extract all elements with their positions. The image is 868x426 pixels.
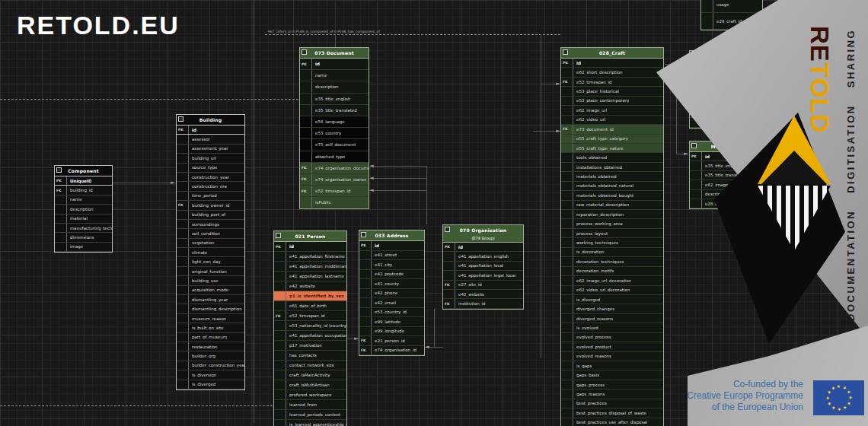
field-row[interactable]: best_practices: [561, 399, 663, 409]
field-row[interactable]: process_layout: [561, 229, 663, 238]
field-row[interactable]: dismantling_description: [177, 304, 244, 313]
field-row[interactable]: surroundings: [177, 220, 244, 229]
field-row[interactable]: tools_obtained: [561, 153, 663, 162]
field-row[interactable]: dismantling_year: [177, 295, 244, 304]
field-row[interactable]: FKe74_organisation_id: [359, 346, 424, 356]
field-row[interactable]: e61_date_of_birth: [274, 301, 346, 311]
field-row[interactable]: e41_street: [359, 251, 424, 261]
field-row[interactable]: e42_email: [359, 298, 424, 308]
field-row[interactable]: time_period: [177, 192, 244, 201]
field-row[interactable]: PKid: [274, 242, 346, 252]
table-header[interactable]: 028_Craft: [561, 48, 663, 59]
field-row[interactable]: FKe52_timespan_id: [561, 78, 663, 87]
field-row[interactable]: FKe74_organisation_documentalist_id: [300, 163, 369, 174]
field-row[interactable]: dimensions: [55, 233, 112, 242]
field-row[interactable]: manufacturing_technique: [55, 224, 112, 233]
field-row[interactable]: e41_appellation_local: [443, 262, 523, 271]
field-row[interactable]: materials_obtained_natural: [561, 182, 663, 191]
field-row[interactable]: evolved_product: [561, 342, 663, 351]
field-row[interactable]: FKe74_organisation_owner_id: [300, 174, 369, 186]
table-header[interactable]: 021 Person: [274, 231, 346, 242]
field-row[interactable]: e62_short_description: [561, 68, 663, 77]
field-row[interactable]: name: [300, 70, 369, 81]
field-row[interactable]: e75_self_document: [300, 139, 369, 151]
field-row[interactable]: FKe52_timespan_id: [274, 311, 346, 321]
field-row[interactable]: e35_title_english: [300, 94, 369, 105]
field-row[interactable]: working_techniques: [561, 238, 663, 247]
field-row[interactable]: assessor: [177, 135, 244, 144]
table-header[interactable]: 033 Address: [359, 230, 424, 241]
field-row[interactable]: is_diverged: [561, 295, 663, 304]
field-row[interactable]: e99_latitude: [359, 317, 424, 327]
field-row[interactable]: is_gaps: [561, 361, 663, 370]
field-row[interactable]: e41_postcode: [359, 270, 424, 280]
entity-table-craft[interactable]: 028_CraftPKide62_short_descriptionFKe52_…: [560, 47, 664, 426]
field-row[interactable]: e53_country: [300, 128, 369, 139]
table-header[interactable]: Component: [55, 166, 112, 176]
field-row[interactable]: raw_material_description: [561, 201, 663, 210]
field-row[interactable]: light_con_day: [177, 257, 244, 266]
field-row[interactable]: e42_website: [443, 290, 523, 299]
field-row[interactable]: evolved_process: [561, 333, 663, 342]
field-row[interactable]: materials_obtained_bought: [561, 191, 663, 200]
field-row[interactable]: FKe21_person_id: [359, 336, 424, 346]
field-row[interactable]: e55_craft_type_nature: [561, 144, 663, 153]
field-row[interactable]: e41_appellation_middlename: [274, 262, 346, 272]
field-row[interactable]: e53_nationality_id (country_id): [274, 321, 346, 331]
field-row[interactable]: gaps_reasons: [561, 389, 663, 399]
field-row[interactable]: PKUniqueID: [55, 176, 112, 186]
field-row[interactable]: description: [300, 81, 369, 93]
field-row[interactable]: evolved_reasons: [561, 352, 663, 361]
field-row[interactable]: usage: [701, 0, 762, 13]
table-header[interactable]: 070 Organisation(E74 Group): [443, 225, 523, 243]
field-row[interactable]: e62_image_url: [561, 106, 663, 115]
field-row[interactable]: e99_longitude: [359, 327, 424, 337]
field-row[interactable]: acquisition_mode: [177, 286, 244, 295]
field-row[interactable]: e53_place_historical: [561, 87, 663, 96]
field-row[interactable]: e41_appellation_english: [443, 252, 523, 261]
field-row[interactable]: building_url: [177, 154, 244, 163]
field-row[interactable]: soil_condition: [177, 229, 244, 238]
field-row[interactable]: restauration: [177, 342, 244, 351]
field-row[interactable]: FKbuilding_id: [55, 186, 112, 195]
field-row[interactable]: vegetation: [177, 239, 244, 248]
field-row[interactable]: craft_isMainActivity: [274, 370, 346, 380]
table-header[interactable]: Building: [177, 115, 244, 126]
field-row[interactable]: attached_type: [300, 151, 369, 163]
field-row[interactable]: is_built_on_site: [177, 323, 244, 332]
field-row[interactable]: building_part_of: [177, 211, 244, 220]
field-row[interactable]: diverged_reasons: [561, 314, 663, 323]
field-row[interactable]: p1_is_identified_by_sex: [274, 291, 346, 301]
field-row[interactable]: name: [55, 196, 112, 205]
field-row[interactable]: contact_network_size: [274, 361, 346, 370]
field-row[interactable]: FKe73_document_id: [561, 125, 663, 134]
field-row[interactable]: craft_isMultiArtisan: [274, 380, 346, 390]
field-row[interactable]: FKe27_site_id: [443, 281, 523, 290]
field-row[interactable]: PKid: [561, 59, 663, 68]
field-row[interactable]: installations_obtained: [561, 163, 663, 172]
field-row[interactable]: PKid: [177, 126, 244, 135]
field-row[interactable]: best_practices_use_after_disposal: [561, 418, 663, 426]
field-row[interactable]: e62_video_url: [561, 116, 663, 125]
field-row[interactable]: e41_appellation_legal_local: [443, 271, 523, 280]
field-row[interactable]: is_decoration: [561, 248, 663, 257]
field-row[interactable]: e62_image_url_decoration: [561, 276, 663, 285]
field-row[interactable]: e53_country_id: [359, 308, 424, 318]
entity-table-organisation[interactable]: 070 Organisation(E74 Group)PKide41_appel…: [442, 224, 524, 310]
field-row[interactable]: process_working_area: [561, 219, 663, 228]
field-row[interactable]: material: [55, 215, 112, 224]
field-row[interactable]: PKid: [443, 243, 523, 252]
field-row[interactable]: e41_county: [359, 279, 424, 289]
field-row[interactable]: learned_periods_context: [274, 410, 346, 420]
field-row[interactable]: e56_language: [300, 116, 369, 128]
site-logo[interactable]: RETOLD.EU: [17, 11, 180, 40]
entity-table-person[interactable]: 021 PersonPKide41_appellation_firstnamee…: [273, 230, 347, 426]
field-row[interactable]: isPublic: [300, 197, 369, 208]
field-row[interactable]: e41_appellation_firstname: [274, 252, 346, 262]
field-row[interactable]: learned_from: [274, 400, 346, 410]
field-row[interactable]: e42_website: [274, 281, 346, 291]
field-row[interactable]: assessment_year: [177, 145, 244, 154]
field-row[interactable]: source_type: [177, 164, 244, 173]
field-row[interactable]: is_diversion: [177, 370, 244, 380]
field-row[interactable]: description: [55, 205, 112, 214]
